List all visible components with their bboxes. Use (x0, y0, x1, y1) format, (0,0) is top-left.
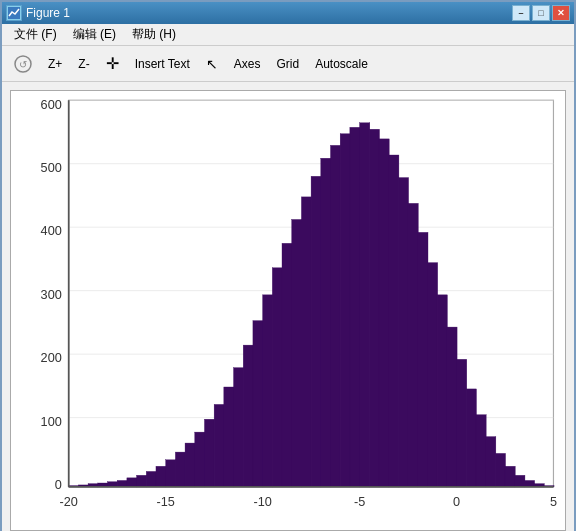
x-tick--5: -5 (354, 495, 365, 509)
svg-rect-19 (137, 475, 147, 487)
svg-rect-42 (360, 123, 370, 487)
svg-rect-27 (214, 404, 224, 486)
svg-rect-23 (175, 452, 185, 487)
pointer-button[interactable]: ↖ (202, 50, 222, 78)
svg-text:↺: ↺ (19, 59, 27, 70)
svg-rect-34 (282, 243, 292, 487)
titlebar-left: Figure 1 (6, 5, 70, 21)
maximize-button[interactable]: □ (532, 5, 550, 21)
svg-rect-57 (505, 466, 515, 487)
svg-rect-17 (117, 480, 127, 486)
plot-area: 0 100 200 300 400 500 600 -20 -15 -10 -5… (10, 90, 566, 531)
svg-rect-24 (185, 443, 195, 487)
svg-rect-20 (146, 471, 156, 486)
svg-rect-43 (369, 129, 379, 487)
svg-rect-28 (224, 387, 234, 487)
svg-rect-18 (127, 478, 137, 487)
back-icon: ↺ (14, 55, 32, 73)
grid-label: Grid (277, 57, 300, 71)
svg-rect-47 (408, 203, 418, 487)
insert-text-button[interactable]: Insert Text (131, 50, 194, 78)
axes-button[interactable]: Axes (230, 50, 265, 78)
axes-label: Axes (234, 57, 261, 71)
y-tick-400: 400 (41, 224, 62, 238)
x-tick--20: -20 (60, 495, 78, 509)
svg-rect-36 (301, 197, 311, 487)
svg-rect-51 (447, 327, 457, 487)
svg-rect-29 (234, 368, 244, 487)
toolbar: ↺ Z+ Z- ✛ Insert Text ↖ Axes Grid (2, 46, 574, 82)
zoom-out-label: Z- (78, 57, 89, 71)
main-window: Figure 1 – □ ✕ 文件 (F) 编辑 (E) 帮助 (H) ↺ Z+… (0, 0, 576, 531)
svg-rect-45 (389, 155, 399, 487)
y-tick-100: 100 (41, 415, 62, 429)
svg-rect-32 (263, 295, 273, 487)
insert-text-label: Insert Text (135, 57, 190, 71)
svg-rect-41 (350, 127, 360, 487)
zoom-in-label: Z+ (48, 57, 62, 71)
pointer-icon: ↖ (206, 56, 218, 72)
svg-rect-21 (156, 466, 166, 487)
x-tick-5: 5 (550, 495, 557, 509)
autoscale-label: Autoscale (315, 57, 368, 71)
content-area: 0 100 200 300 400 500 600 -20 -15 -10 -5… (2, 82, 574, 531)
titlebar-buttons: – □ ✕ (512, 5, 570, 21)
grid-button[interactable]: Grid (273, 50, 304, 78)
autoscale-button[interactable]: Autoscale (311, 50, 372, 78)
menu-edit[interactable]: 编辑 (E) (67, 24, 122, 45)
svg-rect-37 (311, 176, 321, 487)
pan-icon: ✛ (106, 54, 119, 73)
zoom-in-button[interactable]: Z+ (44, 50, 66, 78)
titlebar: Figure 1 – □ ✕ (2, 2, 574, 24)
app-icon (6, 5, 22, 21)
svg-rect-26 (204, 419, 214, 487)
svg-rect-54 (476, 415, 486, 487)
svg-rect-40 (340, 134, 350, 487)
x-tick--15: -15 (156, 495, 174, 509)
menubar: 文件 (F) 编辑 (E) 帮助 (H) (2, 24, 574, 46)
y-tick-500: 500 (41, 161, 62, 175)
svg-rect-35 (292, 219, 302, 486)
svg-rect-31 (253, 321, 263, 487)
y-tick-200: 200 (41, 351, 62, 365)
menu-help[interactable]: 帮助 (H) (126, 24, 182, 45)
svg-rect-52 (457, 359, 467, 487)
svg-rect-33 (272, 268, 282, 487)
svg-rect-39 (330, 145, 340, 487)
minimize-button[interactable]: – (512, 5, 530, 21)
svg-rect-38 (321, 158, 331, 487)
svg-rect-50 (437, 295, 447, 487)
x-tick-0: 0 (453, 495, 460, 509)
svg-rect-56 (495, 453, 505, 487)
svg-rect-25 (195, 432, 205, 487)
zoom-out-button[interactable]: Z- (74, 50, 93, 78)
svg-rect-53 (466, 389, 476, 487)
histogram-chart[interactable]: 0 100 200 300 400 500 600 -20 -15 -10 -5… (11, 91, 565, 530)
close-button[interactable]: ✕ (552, 5, 570, 21)
y-tick-0: 0 (55, 478, 62, 492)
svg-rect-30 (243, 345, 253, 487)
svg-rect-55 (486, 437, 496, 487)
pan-button[interactable]: ✛ (102, 50, 123, 78)
svg-rect-49 (427, 263, 437, 487)
back-button[interactable]: ↺ (10, 50, 36, 78)
svg-rect-48 (418, 232, 428, 487)
menu-file[interactable]: 文件 (F) (8, 24, 63, 45)
x-tick--10: -10 (253, 495, 271, 509)
svg-rect-58 (515, 475, 525, 487)
svg-rect-22 (166, 460, 176, 487)
y-tick-300: 300 (41, 288, 62, 302)
y-tick-600: 600 (41, 98, 62, 112)
window-title: Figure 1 (26, 6, 70, 20)
svg-rect-44 (379, 139, 389, 487)
svg-rect-46 (398, 178, 408, 487)
svg-rect-59 (524, 480, 534, 486)
